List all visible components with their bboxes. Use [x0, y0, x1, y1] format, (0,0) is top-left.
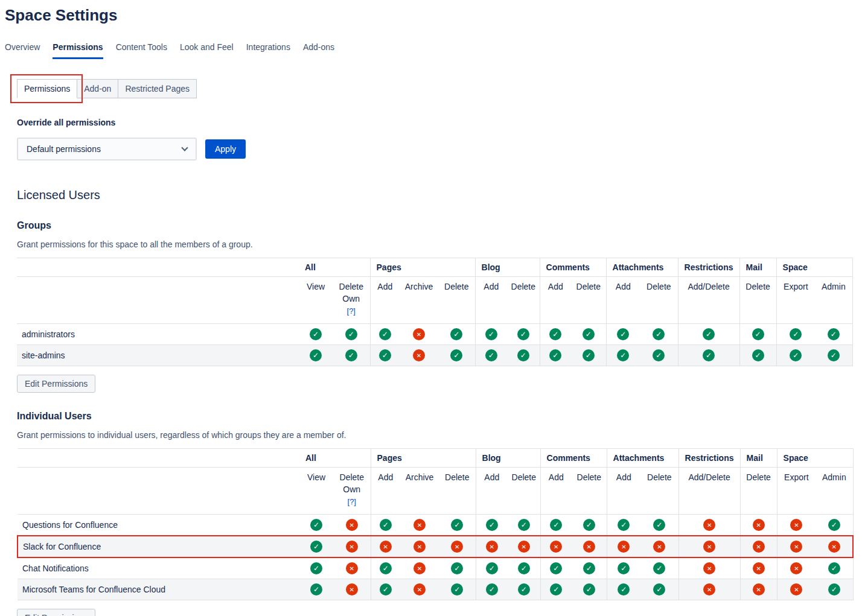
check-circle-icon — [345, 328, 357, 340]
column-header-space-admin: Admin — [815, 277, 852, 324]
tab-permissions[interactable]: Permissions — [53, 42, 103, 59]
subtab-restricted-pages[interactable]: Restricted Pages — [118, 79, 197, 98]
check-circle-icon — [310, 562, 322, 574]
column-header-blog-delete: Delete — [507, 277, 540, 324]
check-circle-icon — [517, 328, 529, 340]
override-permissions-controls: Default permissions Apply — [17, 138, 854, 160]
check-circle-icon — [828, 349, 840, 361]
table-row-slack-for-confluence: Slack for Confluence — [18, 536, 853, 557]
page-title: Space Settings — [5, 6, 854, 25]
space-settings-page: Space Settings Overview Permissions Cont… — [0, 0, 862, 616]
row-name: administrators — [17, 324, 299, 345]
check-circle-icon — [451, 519, 463, 531]
column-group-attachments: Attachments — [607, 449, 678, 468]
tab-content-tools[interactable]: Content Tools — [116, 42, 167, 59]
tab-look-and-feel[interactable]: Look and Feel — [180, 42, 234, 59]
subtab-permissions[interactable]: Permissions — [17, 79, 77, 98]
x-circle-icon — [413, 349, 425, 361]
apply-button[interactable]: Apply — [205, 139, 246, 159]
check-circle-icon — [380, 583, 392, 595]
check-circle-icon — [310, 541, 322, 553]
check-circle-icon — [653, 562, 665, 574]
column-group-mail: Mail — [739, 258, 776, 277]
column-header-mail-delete: Delete — [739, 277, 776, 324]
check-circle-icon — [583, 583, 595, 595]
permissions-dropdown-value: Default permissions — [27, 144, 101, 154]
column-group-attachments: Attachments — [606, 258, 678, 277]
tab-integrations[interactable]: Integrations — [246, 42, 290, 59]
column-header-pages-archive: Archive — [400, 468, 439, 515]
column-header-space-admin: Admin — [816, 468, 853, 515]
x-circle-icon — [703, 541, 715, 553]
x-circle-icon — [790, 541, 802, 553]
table-row-chat-notifications: Chat Notifications — [18, 557, 853, 579]
edit-individual-permissions-button[interactable]: Edit Permissions — [17, 609, 95, 616]
individual-users-heading: Individual Users — [17, 411, 854, 422]
column-header-pages-delete: Delete — [438, 277, 475, 324]
x-circle-icon — [413, 541, 426, 553]
column-group-space: Space — [777, 449, 853, 468]
column-header-pages-add: Add — [370, 277, 400, 324]
column-group-blog: Blog — [476, 449, 540, 468]
column-group-all: All — [299, 258, 370, 277]
check-circle-icon — [618, 562, 630, 574]
check-circle-icon — [380, 562, 392, 574]
tab-overview[interactable]: Overview — [5, 42, 40, 59]
delete-own-help-link[interactable]: [?] — [348, 497, 356, 506]
check-circle-icon — [653, 349, 665, 361]
column-group-pages: Pages — [370, 258, 475, 277]
check-circle-icon — [550, 519, 562, 531]
edit-groups-permissions-button[interactable]: Edit Permissions — [17, 375, 95, 393]
column-header-attachments-add: Add — [607, 468, 640, 515]
column-header-comments-delete: Delete — [571, 277, 606, 324]
licensed-users-heading: Licensed Users — [17, 188, 854, 202]
check-circle-icon — [790, 349, 802, 361]
x-circle-icon — [753, 541, 765, 553]
check-circle-icon — [310, 328, 322, 340]
subtab-add-on[interactable]: Add-on — [77, 79, 118, 98]
check-circle-icon — [550, 562, 562, 574]
individual-users-permissions-table: All Pages Blog Comments Attachments Rest… — [17, 448, 854, 600]
tab-add-ons[interactable]: Add-ons — [303, 42, 334, 59]
column-header-comments-add: Add — [540, 468, 572, 515]
column-header-mail-delete: Delete — [740, 468, 777, 515]
check-circle-icon — [549, 349, 561, 361]
column-group-comments: Comments — [540, 449, 607, 468]
x-circle-icon — [753, 562, 765, 574]
groups-permissions-table: All Pages Blog Comments Attachments Rest… — [17, 258, 853, 366]
check-circle-icon — [828, 562, 840, 574]
column-header-view: View — [299, 277, 333, 324]
x-circle-icon — [790, 562, 802, 574]
column-header-row: View Delete Own[?] Add Archive Delete Ad… — [17, 277, 852, 324]
row-name: Microsoft Teams for Confluence Cloud — [18, 579, 299, 600]
check-circle-icon — [518, 583, 530, 595]
column-group-comments: Comments — [540, 258, 606, 277]
x-circle-icon — [550, 541, 562, 553]
table-row-site-admins: site-admins — [17, 345, 852, 366]
check-circle-icon — [653, 583, 665, 595]
check-circle-icon — [752, 349, 764, 361]
delete-own-help-link[interactable]: [?] — [347, 306, 356, 316]
check-circle-icon — [550, 583, 562, 595]
row-name: Questions for Confluence — [18, 515, 299, 536]
x-circle-icon — [828, 541, 840, 553]
column-group-restrictions: Restrictions — [678, 258, 739, 277]
column-header-attachments-add: Add — [606, 277, 640, 324]
column-group-blog: Blog — [475, 258, 540, 277]
check-circle-icon — [828, 583, 840, 595]
row-name: Slack for Confluence — [18, 536, 299, 557]
column-group-restrictions: Restrictions — [678, 449, 740, 468]
x-circle-icon — [618, 541, 630, 553]
permissions-dropdown[interactable]: Default permissions — [17, 138, 197, 160]
groups-description: Grant permissions for this space to all … — [17, 240, 854, 249]
column-header-space-export: Export — [777, 468, 816, 515]
x-circle-icon — [413, 562, 426, 574]
column-header-attachments-delete: Delete — [640, 277, 678, 324]
check-circle-icon — [310, 519, 322, 531]
check-circle-icon — [828, 519, 840, 531]
column-header-blog-add: Add — [476, 468, 508, 515]
check-circle-icon — [517, 349, 529, 361]
column-header-comments-add: Add — [540, 277, 571, 324]
column-header-blog-add: Add — [475, 277, 507, 324]
column-header-view: View — [299, 468, 333, 515]
